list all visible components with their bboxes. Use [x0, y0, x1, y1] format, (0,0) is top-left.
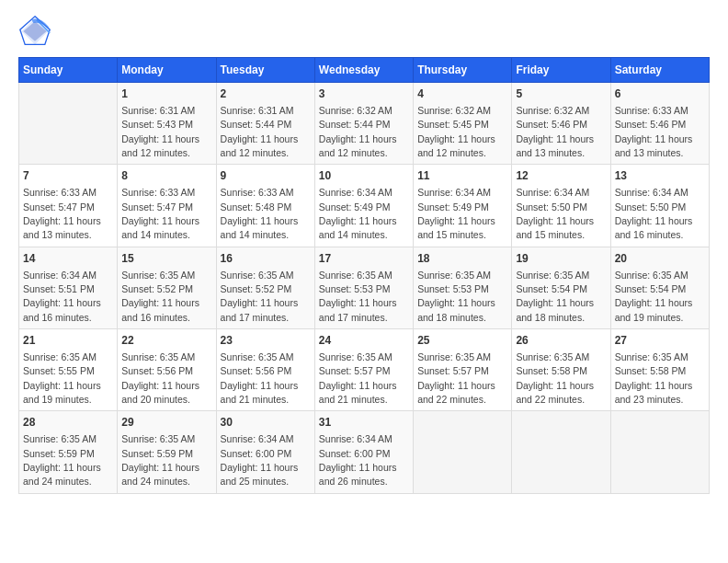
calendar-cell: 8Sunrise: 6:33 AMSunset: 5:47 PMDaylight…: [118, 165, 216, 247]
calendar-header-sunday: Sunday: [19, 58, 118, 83]
day-info: Sunrise: 6:33 AMSunset: 5:48 PMDaylight:…: [221, 187, 299, 240]
day-number: 2: [221, 86, 311, 102]
calendar-cell: [414, 411, 512, 493]
day-number: 6: [615, 86, 705, 102]
calendar-cell: 28Sunrise: 6:35 AMSunset: 5:59 PMDayligh…: [19, 411, 118, 493]
calendar-cell: 24Sunrise: 6:35 AMSunset: 5:57 PMDayligh…: [314, 329, 413, 411]
day-info: Sunrise: 6:34 AMSunset: 5:49 PMDaylight:…: [417, 187, 495, 240]
day-number: 16: [221, 251, 311, 267]
calendar-week-row: 7Sunrise: 6:33 AMSunset: 5:47 PMDaylight…: [19, 165, 710, 247]
day-info: Sunrise: 6:35 AMSunset: 5:53 PMDaylight:…: [417, 270, 495, 323]
calendar-cell: 4Sunrise: 6:32 AMSunset: 5:45 PMDaylight…: [414, 83, 512, 165]
calendar-cell: 14Sunrise: 6:34 AMSunset: 5:51 PMDayligh…: [19, 247, 118, 328]
calendar-header-friday: Friday: [512, 58, 610, 83]
day-number: 21: [23, 333, 113, 349]
day-info: Sunrise: 6:35 AMSunset: 5:58 PMDaylight:…: [516, 351, 594, 405]
day-info: Sunrise: 6:34 AMSunset: 5:50 PMDaylight:…: [615, 187, 693, 240]
calendar-page: SundayMondayTuesdayWednesdayThursdayFrid…: [0, 0, 728, 563]
day-number: 29: [121, 415, 211, 431]
calendar-cell: 29Sunrise: 6:35 AMSunset: 5:59 PMDayligh…: [118, 411, 216, 493]
day-info: Sunrise: 6:32 AMSunset: 5:46 PMDaylight:…: [516, 105, 594, 158]
calendar-header-thursday: Thursday: [414, 58, 512, 83]
day-number: 18: [417, 251, 507, 267]
day-info: Sunrise: 6:35 AMSunset: 5:54 PMDaylight:…: [615, 270, 693, 323]
day-number: 8: [121, 168, 211, 184]
day-number: 11: [417, 168, 507, 184]
day-number: 10: [319, 168, 409, 184]
calendar-cell: [512, 411, 610, 493]
day-info: Sunrise: 6:35 AMSunset: 5:57 PMDaylight:…: [319, 351, 397, 405]
calendar-header-tuesday: Tuesday: [216, 58, 314, 83]
calendar-cell: 15Sunrise: 6:35 AMSunset: 5:52 PMDayligh…: [118, 247, 216, 328]
calendar-cell: 7Sunrise: 6:33 AMSunset: 5:47 PMDaylight…: [19, 165, 118, 247]
day-number: 12: [516, 168, 606, 184]
calendar-cell: 31Sunrise: 6:34 AMSunset: 6:00 PMDayligh…: [314, 411, 413, 493]
logo-icon: [18, 15, 51, 48]
calendar-cell: 18Sunrise: 6:35 AMSunset: 5:53 PMDayligh…: [414, 247, 512, 328]
day-number: 19: [516, 251, 606, 267]
logo: [18, 15, 55, 48]
calendar-cell: 25Sunrise: 6:35 AMSunset: 5:57 PMDayligh…: [414, 329, 512, 411]
day-info: Sunrise: 6:34 AMSunset: 6:00 PMDaylight:…: [319, 433, 397, 487]
day-info: Sunrise: 6:32 AMSunset: 5:45 PMDaylight:…: [417, 105, 495, 158]
day-number: 25: [417, 333, 507, 349]
calendar-cell: 30Sunrise: 6:34 AMSunset: 6:00 PMDayligh…: [216, 411, 314, 493]
day-number: 7: [23, 168, 113, 184]
day-info: Sunrise: 6:33 AMSunset: 5:47 PMDaylight:…: [23, 187, 101, 240]
calendar-cell: 2Sunrise: 6:31 AMSunset: 5:44 PMDaylight…: [216, 83, 314, 165]
day-info: Sunrise: 6:31 AMSunset: 5:44 PMDaylight:…: [221, 105, 299, 158]
day-info: Sunrise: 6:35 AMSunset: 5:57 PMDaylight:…: [417, 351, 495, 405]
calendar-cell: 17Sunrise: 6:35 AMSunset: 5:53 PMDayligh…: [314, 247, 413, 328]
calendar-week-row: 14Sunrise: 6:34 AMSunset: 5:51 PMDayligh…: [19, 247, 710, 328]
day-number: 20: [615, 251, 705, 267]
day-number: 1: [121, 86, 211, 102]
day-number: 30: [221, 415, 311, 431]
calendar-cell: 26Sunrise: 6:35 AMSunset: 5:58 PMDayligh…: [512, 329, 610, 411]
day-number: 24: [319, 333, 409, 349]
day-info: Sunrise: 6:32 AMSunset: 5:44 PMDaylight:…: [319, 105, 397, 158]
day-info: Sunrise: 6:35 AMSunset: 5:58 PMDaylight:…: [615, 351, 693, 405]
day-number: 4: [417, 86, 507, 102]
day-number: 9: [221, 168, 311, 184]
calendar-table: SundayMondayTuesdayWednesdayThursdayFrid…: [18, 57, 710, 494]
day-info: Sunrise: 6:34 AMSunset: 5:49 PMDaylight:…: [319, 187, 397, 240]
day-info: Sunrise: 6:35 AMSunset: 5:56 PMDaylight:…: [221, 351, 299, 405]
calendar-week-row: 21Sunrise: 6:35 AMSunset: 5:55 PMDayligh…: [19, 329, 710, 411]
day-number: 27: [615, 333, 705, 349]
calendar-cell: 20Sunrise: 6:35 AMSunset: 5:54 PMDayligh…: [610, 247, 709, 328]
calendar-cell: 3Sunrise: 6:32 AMSunset: 5:44 PMDaylight…: [314, 83, 413, 165]
calendar-cell: [19, 83, 118, 165]
day-info: Sunrise: 6:35 AMSunset: 5:54 PMDaylight:…: [516, 270, 594, 323]
calendar-header-wednesday: Wednesday: [314, 58, 413, 83]
calendar-cell: 6Sunrise: 6:33 AMSunset: 5:46 PMDaylight…: [610, 83, 709, 165]
day-info: Sunrise: 6:35 AMSunset: 5:52 PMDaylight:…: [221, 270, 299, 323]
day-info: Sunrise: 6:34 AMSunset: 5:51 PMDaylight:…: [23, 270, 101, 323]
calendar-cell: 10Sunrise: 6:34 AMSunset: 5:49 PMDayligh…: [314, 165, 413, 247]
day-number: 3: [319, 86, 409, 102]
day-info: Sunrise: 6:31 AMSunset: 5:43 PMDaylight:…: [121, 105, 199, 158]
day-number: 23: [221, 333, 311, 349]
day-number: 28: [23, 415, 113, 431]
calendar-cell: 19Sunrise: 6:35 AMSunset: 5:54 PMDayligh…: [512, 247, 610, 328]
day-number: 15: [121, 251, 211, 267]
calendar-header-monday: Monday: [118, 58, 216, 83]
day-info: Sunrise: 6:33 AMSunset: 5:46 PMDaylight:…: [615, 105, 693, 158]
day-info: Sunrise: 6:35 AMSunset: 5:53 PMDaylight:…: [319, 270, 397, 323]
day-info: Sunrise: 6:34 AMSunset: 6:00 PMDaylight:…: [221, 433, 299, 487]
calendar-header-saturday: Saturday: [610, 58, 709, 83]
calendar-cell: 5Sunrise: 6:32 AMSunset: 5:46 PMDaylight…: [512, 83, 610, 165]
calendar-cell: 13Sunrise: 6:34 AMSunset: 5:50 PMDayligh…: [610, 165, 709, 247]
calendar-cell: 27Sunrise: 6:35 AMSunset: 5:58 PMDayligh…: [610, 329, 709, 411]
calendar-week-row: 28Sunrise: 6:35 AMSunset: 5:59 PMDayligh…: [19, 411, 710, 493]
day-info: Sunrise: 6:35 AMSunset: 5:55 PMDaylight:…: [23, 351, 101, 405]
calendar-cell: 1Sunrise: 6:31 AMSunset: 5:43 PMDaylight…: [118, 83, 216, 165]
calendar-cell: [610, 411, 709, 493]
day-info: Sunrise: 6:33 AMSunset: 5:47 PMDaylight:…: [121, 187, 199, 240]
day-number: 26: [516, 333, 606, 349]
calendar-cell: 12Sunrise: 6:34 AMSunset: 5:50 PMDayligh…: [512, 165, 610, 247]
day-number: 17: [319, 251, 409, 267]
calendar-week-row: 1Sunrise: 6:31 AMSunset: 5:43 PMDaylight…: [19, 83, 710, 165]
day-info: Sunrise: 6:35 AMSunset: 5:52 PMDaylight:…: [121, 270, 199, 323]
calendar-cell: 21Sunrise: 6:35 AMSunset: 5:55 PMDayligh…: [19, 329, 118, 411]
calendar-cell: 22Sunrise: 6:35 AMSunset: 5:56 PMDayligh…: [118, 329, 216, 411]
